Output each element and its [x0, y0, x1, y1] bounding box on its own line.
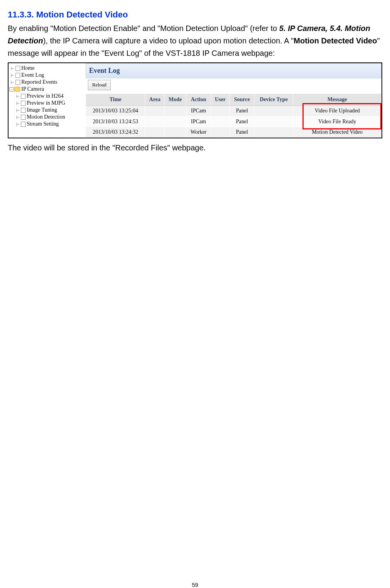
cell-source: Panel [230, 116, 254, 127]
cell-mode [165, 127, 186, 137]
reload-button[interactable]: Reload [88, 80, 111, 90]
tree-stream-setting[interactable]: ⊢Stream Setting [9, 121, 85, 128]
paragraph-1: By enabling "Motion Detection Enable" an… [8, 22, 382, 59]
col-device-type: Device Type [254, 93, 293, 105]
cell-message: Video File Ready [293, 116, 381, 127]
table-row: 2013/10/03 13:24:32 Worker Panel Motion … [86, 127, 381, 137]
file-icon [21, 108, 26, 113]
tree-label: Preview in H264 [27, 93, 64, 100]
tree-label: Image Tuning [27, 107, 57, 114]
col-mode: Mode [165, 93, 186, 105]
file-icon [15, 73, 20, 78]
col-action: Action [186, 93, 211, 105]
tree-label: IP Camera [21, 86, 44, 93]
cell-time: 2013/10/03 13:25:04 [86, 106, 145, 116]
cell-mode [165, 106, 186, 116]
table-row: 2013/10/03 13:25:04 IPCam Panel Video Fi… [86, 106, 381, 116]
tree-label: Stream Setting [27, 121, 59, 128]
collapse-icon[interactable]: - [9, 87, 14, 91]
folder-icon [14, 87, 20, 91]
cell-source: Panel [230, 106, 254, 116]
event-log-screenshot: ⊢Home ⊢Event Log ⊢Reported Events -IP Ca… [8, 62, 382, 138]
table-row: 2013/10/03 13:24:53 IPCam Panel Video Fi… [86, 116, 381, 127]
tree-preview-mjpg[interactable]: ⊢Preview in MJPG [9, 100, 85, 107]
para1-prefix: By enabling "Motion Detection Enable" an… [8, 24, 279, 33]
tree-motion-detection[interactable]: ⊢Motion Detection [9, 114, 85, 121]
col-source: Source [230, 93, 254, 105]
tree-ip-camera[interactable]: -IP Camera [9, 86, 85, 93]
file-icon [15, 66, 20, 71]
tree-home[interactable]: ⊢Home [9, 65, 85, 72]
para1-bold: Motion Detected Video [294, 36, 377, 45]
cell-device [254, 127, 293, 137]
content-panel: Event Log Reload Time Area Mode Action U… [86, 63, 381, 138]
cell-action: IPCam [186, 106, 211, 116]
cell-source: Panel [230, 127, 254, 137]
tree-event-log[interactable]: ⊢Event Log [9, 72, 85, 79]
para1-mid: ), the IP Camera will capture a video to… [43, 36, 294, 45]
tree-preview-h264[interactable]: ⊢Preview in H264 [9, 93, 85, 100]
col-area: Area [145, 93, 165, 105]
event-log-table: Time Area Mode Action User Source Device… [86, 93, 381, 138]
page-number: 59 [8, 580, 382, 588]
col-message: Message [293, 93, 381, 105]
cell-device [254, 116, 293, 127]
cell-user [211, 116, 230, 127]
cell-device [254, 106, 293, 116]
tree-label: Event Log [21, 72, 44, 79]
tree-image-tuning[interactable]: ⊢Image Tuning [9, 107, 85, 114]
tree-label: Reported Events [21, 79, 57, 86]
tree-label: Home [21, 65, 34, 72]
file-icon [21, 115, 26, 120]
cell-action: Worker [186, 127, 211, 137]
tree-label: Motion Detection [27, 114, 65, 121]
cell-message: Motion Detected Video [293, 127, 381, 137]
cell-user [211, 127, 230, 137]
cell-area [145, 106, 165, 116]
file-icon [15, 80, 20, 85]
cell-user [211, 106, 230, 116]
tree-label: Preview in MJPG [27, 100, 65, 107]
col-time: Time [86, 93, 145, 105]
col-user: User [211, 93, 230, 105]
file-icon [21, 122, 26, 127]
section-heading: 11.3.3. Motion Detected Video [8, 8, 382, 21]
panel-title: Event Log [86, 63, 381, 78]
cell-message: Video File Uploaded [293, 106, 381, 116]
tree-reported-events[interactable]: ⊢Reported Events [9, 79, 85, 86]
paragraph-2: The video will be stored in the "Recorde… [8, 141, 382, 154]
cell-time: 2013/10/03 13:24:32 [86, 127, 145, 137]
cell-time: 2013/10/03 13:24:53 [86, 116, 145, 127]
file-icon [21, 101, 26, 106]
file-icon [21, 94, 26, 99]
cell-mode [165, 116, 186, 127]
cell-area [145, 116, 165, 127]
nav-tree: ⊢Home ⊢Event Log ⊢Reported Events -IP Ca… [9, 63, 86, 138]
cell-action: IPCam [186, 116, 211, 127]
cell-area [145, 127, 165, 137]
